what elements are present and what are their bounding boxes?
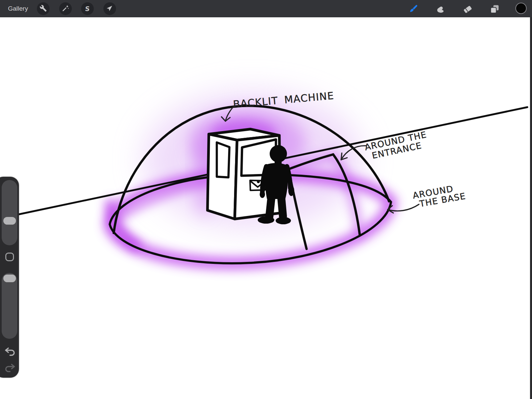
- selection-s-icon: S: [85, 5, 90, 12]
- gallery-button[interactable]: Gallery: [8, 0, 28, 17]
- modify-button[interactable]: [5, 253, 14, 261]
- layers-button[interactable]: [489, 3, 500, 15]
- smudge-icon: [436, 4, 446, 15]
- wrench-icon: [40, 5, 47, 13]
- around-base-label: AROUND THE BASE: [412, 182, 466, 210]
- actions-button[interactable]: [37, 2, 50, 15]
- paint-tool-button[interactable]: [408, 3, 419, 15]
- selection-button[interactable]: S: [81, 2, 94, 15]
- magic-wand-icon: [62, 5, 69, 13]
- canvas-edge-strip: [530, 17, 532, 399]
- artwork-svg: BACKLIT MACHINE AROUND THE ENTRANCE AROU…: [0, 0, 532, 399]
- redo-arrow-icon: [4, 369, 16, 374]
- erase-tool-button[interactable]: [462, 3, 473, 15]
- brush-size-slider[interactable]: [2, 180, 17, 245]
- drawing-canvas[interactable]: BACKLIT MACHINE AROUND THE ENTRANCE AROU…: [0, 0, 532, 399]
- redo-button[interactable]: [4, 363, 16, 374]
- undo-button[interactable]: [4, 347, 16, 357]
- brush-opacity-slider[interactable]: [2, 273, 17, 339]
- eraser-icon: [463, 4, 472, 15]
- machine-left-window: [217, 142, 229, 177]
- brush-sidebar: [0, 177, 19, 378]
- transform-button[interactable]: [103, 2, 116, 15]
- layers-icon: [489, 4, 499, 15]
- adjustments-button[interactable]: [59, 2, 72, 15]
- undo-arrow-icon: [4, 352, 16, 357]
- paintbrush-icon: [408, 4, 418, 15]
- transform-arrow-icon: [106, 5, 113, 13]
- top-toolbar: Gallery S: [0, 0, 532, 17]
- brush-opacity-handle[interactable]: [3, 275, 16, 282]
- brush-size-handle[interactable]: [3, 217, 16, 225]
- color-swatch-circle[interactable]: [515, 3, 527, 14]
- smudge-tool-button[interactable]: [435, 3, 446, 15]
